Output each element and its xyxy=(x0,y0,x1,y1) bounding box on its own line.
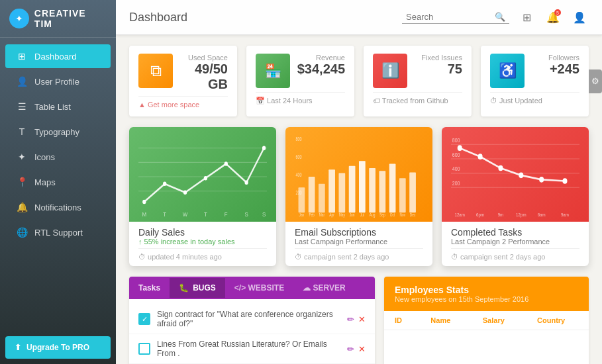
task-delete-1[interactable]: ✕ xyxy=(358,314,366,324)
svg-point-56 xyxy=(498,165,503,171)
svg-text:800: 800 xyxy=(452,137,460,144)
settings-gear-button[interactable]: ⚙ xyxy=(589,69,602,93)
completed-tasks-title: Completed Tasks xyxy=(451,227,579,238)
upgrade-button[interactable]: ⬆ Upgrade To PRO xyxy=(5,336,111,359)
svg-text:Jun: Jun xyxy=(350,211,355,216)
bugs-icon: 🐛 xyxy=(179,283,189,293)
page-title: Dashboard xyxy=(129,11,187,24)
sidebar-item-label: RTL Support xyxy=(34,228,83,238)
svg-rect-23 xyxy=(349,166,356,212)
sidebar-logo: ✦ CREATIVE TIM xyxy=(0,0,116,38)
sidebar-item-label: Icons xyxy=(34,152,55,162)
bottom-row: Tasks 🐛 BUGS </> WEBSITE ☁ SERVER xyxy=(129,277,589,364)
upgrade-icon: ⬆ xyxy=(15,343,21,352)
svg-text:400: 400 xyxy=(452,166,460,173)
search-icon[interactable]: 🔍 xyxy=(495,12,505,22)
server-tab[interactable]: ☁ SERVER xyxy=(293,277,354,299)
task-checkbox-2[interactable] xyxy=(138,343,150,355)
search-input[interactable] xyxy=(406,12,492,22)
followers-icon: ♿ xyxy=(490,54,525,88)
svg-text:Jan: Jan xyxy=(299,211,304,216)
sidebar-item-label: Notifications xyxy=(34,203,81,212)
charts-row: M T W T F S S Daily Sales ↑ 55% increase… xyxy=(129,127,589,266)
sidebar-item-label: User Profile xyxy=(34,77,79,87)
website-tab[interactable]: </> WEBSITE xyxy=(225,277,293,299)
website-label: WEBSITE xyxy=(248,283,285,293)
sidebar-item-rtl[interactable]: 🌐 RTL Support xyxy=(5,220,111,244)
sidebar-item-maps[interactable]: 📍 Maps xyxy=(5,170,111,194)
svg-rect-27 xyxy=(389,164,396,213)
svg-text:M: M xyxy=(142,210,147,218)
svg-text:6am: 6am xyxy=(538,212,546,217)
notifications-icon[interactable]: 🔔 5 xyxy=(544,8,562,26)
sidebar-item-typography[interactable]: T Typography xyxy=(5,120,111,144)
tasks-label: Tasks xyxy=(129,277,170,299)
bugs-tab[interactable]: 🐛 BUGS xyxy=(170,278,225,298)
svg-text:Apr: Apr xyxy=(329,211,334,218)
sidebar-item-table-list[interactable]: ☰ Table List xyxy=(5,95,111,118)
task-checkbox-1[interactable]: ✓ xyxy=(138,313,150,325)
employees-header: Employees Stats New employees on 15th Se… xyxy=(384,277,589,311)
search-box[interactable]: 🔍 xyxy=(402,11,509,24)
bugs-label: BUGS xyxy=(193,283,216,293)
typography-icon: T xyxy=(16,126,28,137)
upgrade-label: Upgrade To PRO xyxy=(26,343,89,352)
svg-text:200: 200 xyxy=(295,189,301,197)
fixed-issues-label: Fixed Issues xyxy=(414,54,462,62)
main-content: Dashboard 🔍 ⊞ 🔔 5 👤 ⧉ Used Space xyxy=(116,0,602,364)
svg-text:600: 600 xyxy=(452,152,460,158)
daily-sales-title: Daily Sales xyxy=(138,227,267,238)
email-sub-title: Email Subscriptions xyxy=(295,227,423,238)
svg-text:Aug: Aug xyxy=(370,211,376,218)
fixed-issues-footer: 🏷 Tracked from Github xyxy=(373,97,448,105)
svg-text:Dec: Dec xyxy=(410,211,416,216)
svg-text:600: 600 xyxy=(295,154,301,161)
svg-text:T: T xyxy=(204,210,207,218)
col-country: Country xyxy=(527,311,589,330)
task-text-1: Sign contract for "What are conference o… xyxy=(157,310,340,328)
sidebar-item-dashboard[interactable]: ⊞ Dashboard xyxy=(5,44,111,68)
header-right: 🔍 ⊞ 🔔 5 👤 xyxy=(402,8,589,26)
sidebar-nav: ⊞ Dashboard 👤 User Profile ☰ Table List … xyxy=(0,38,116,331)
globe-icon: 🌐 xyxy=(16,227,28,238)
svg-point-54 xyxy=(458,145,462,151)
sidebar-item-user-profile[interactable]: 👤 User Profile xyxy=(5,69,111,93)
user-avatar[interactable]: 👤 xyxy=(570,8,589,26)
svg-point-7 xyxy=(204,176,207,181)
employees-subtitle: New employees on 15th September 2016 xyxy=(395,295,578,303)
get-more-space-link[interactable]: ▲ Get more space xyxy=(138,101,199,109)
svg-text:May: May xyxy=(339,211,346,218)
stat-card-fixed-issues: ℹ️ Fixed Issues 75 🏷 Tracked from Github xyxy=(364,46,472,116)
sidebar-item-label: Table List xyxy=(34,102,71,112)
task-edit-2[interactable]: ✏ xyxy=(347,344,354,354)
task-edit-1[interactable]: ✏ xyxy=(347,314,354,324)
grid-icon[interactable]: ⊞ xyxy=(517,8,536,26)
task-actions-1: ✏ ✕ xyxy=(347,314,366,324)
followers-value: +245 xyxy=(531,62,579,77)
svg-text:200: 200 xyxy=(452,180,460,187)
svg-text:9m: 9m xyxy=(498,212,504,217)
task-delete-2[interactable]: ✕ xyxy=(358,344,366,354)
table-icon: ☰ xyxy=(16,101,28,112)
sidebar-item-icons[interactable]: ✦ Icons xyxy=(5,145,111,169)
svg-text:Mar: Mar xyxy=(319,211,325,216)
employees-table: ID Name Salary Country xyxy=(384,311,589,330)
sidebar-item-notifications[interactable]: 🔔 Notifications xyxy=(5,195,111,219)
svg-point-57 xyxy=(519,173,523,179)
tasks-card: Tasks 🐛 BUGS </> WEBSITE ☁ SERVER xyxy=(129,277,375,364)
svg-rect-22 xyxy=(339,173,346,213)
followers-label: Followers xyxy=(531,54,579,62)
email-subscriptions-chart: 800 600 400 200 Jan Feb Mar Apr May Jun … xyxy=(295,134,423,220)
svg-point-59 xyxy=(562,178,567,184)
task-item-2: Lines From Great Russian Literature? Or … xyxy=(129,334,375,364)
stat-card-followers: ♿ Followers +245 ⏱ Just Updated xyxy=(481,46,589,116)
svg-rect-21 xyxy=(328,169,335,212)
sidebar-item-label: Typography xyxy=(34,127,79,137)
completed-tasks-chart: 800 600 400 200 12am xyxy=(451,134,579,220)
email-sub-timestamp: ⏱ campaign sent 2 days ago xyxy=(295,248,423,261)
bell-icon: 🔔 xyxy=(16,202,28,212)
stat-card-revenue: 🏪 Revenue $34,245 📅 Last 24 Hours xyxy=(246,46,354,116)
header: Dashboard 🔍 ⊞ 🔔 5 👤 xyxy=(116,0,602,35)
server-label: SERVER xyxy=(313,283,346,293)
user-icon: 👤 xyxy=(16,76,28,87)
